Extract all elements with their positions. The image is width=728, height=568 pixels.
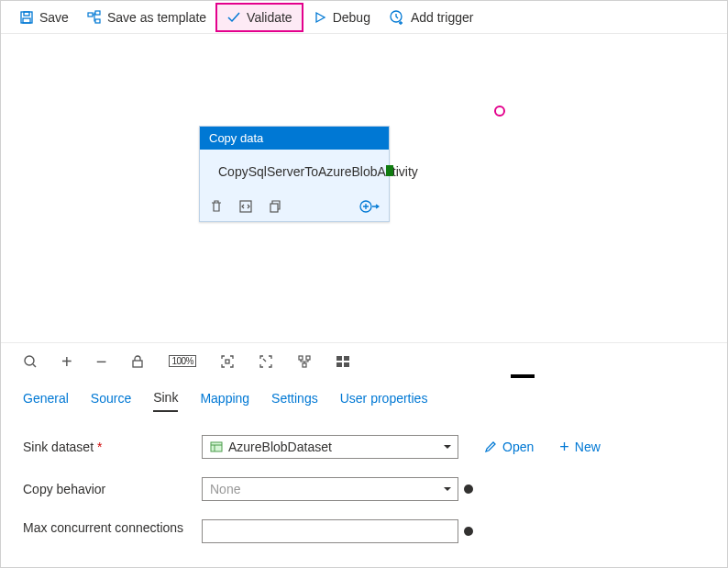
row-sink-dataset: Sink dataset* AzureBlobDataset Open + Ne… (23, 435, 705, 459)
play-icon (313, 10, 327, 25)
info-icon[interactable] (464, 527, 473, 536)
code-icon[interactable] (238, 199, 253, 214)
add-trigger-label: Add trigger (411, 10, 473, 25)
chevron-down-icon (443, 484, 452, 494)
tab-general[interactable]: General (23, 391, 69, 411)
search-icon[interactable] (23, 354, 38, 369)
activity-footer (200, 194, 389, 221)
svg-rect-23 (344, 356, 349, 361)
panel-drag-handle[interactable] (511, 374, 535, 378)
minimap-icon[interactable] (336, 354, 350, 369)
tab-mapping[interactable]: Mapping (200, 391, 249, 411)
svg-rect-14 (270, 204, 278, 212)
svg-rect-17 (133, 361, 142, 367)
svg-rect-5 (95, 19, 100, 23)
clone-icon[interactable] (268, 199, 282, 214)
add-trigger-button[interactable]: Add trigger (380, 5, 482, 30)
check-icon (226, 10, 241, 25)
template-icon (87, 10, 102, 25)
delete-icon[interactable] (209, 199, 224, 214)
svg-rect-24 (336, 362, 342, 367)
row-copy-behavior: Copy behavior None (23, 477, 705, 501)
copy-activity-card[interactable]: Copy data CopySqlServerToAzureBlobActivi… (199, 126, 390, 222)
annotation-circle (494, 106, 505, 117)
canvas-toolbar: + − 100% (1, 342, 727, 379)
svg-rect-3 (88, 13, 93, 17)
save-icon (19, 10, 34, 25)
copy-behavior-value: None (210, 482, 240, 496)
tab-settings[interactable]: Settings (271, 391, 318, 411)
row-max-connections: Max concurrent connections (23, 519, 705, 543)
svg-rect-22 (336, 356, 342, 361)
activity-body: CopySqlServerToAzureBlobActivity (200, 150, 389, 194)
svg-rect-19 (299, 356, 303, 360)
top-toolbar: Save Save as template Validate Debug Add… (1, 1, 727, 34)
svg-rect-2 (23, 18, 30, 23)
fullscreen-icon[interactable] (259, 354, 273, 369)
sink-dataset-select[interactable]: AzureBlobDataset (202, 435, 458, 459)
open-dataset-button[interactable]: Open (484, 440, 534, 454)
fit-screen-icon[interactable] (220, 354, 235, 369)
add-output-icon[interactable] (359, 199, 380, 214)
pipeline-canvas[interactable]: Copy data CopySqlServerToAzureBlobActivi… (1, 34, 727, 342)
svg-rect-21 (303, 363, 306, 367)
svg-rect-18 (226, 360, 229, 363)
zoom-out-icon[interactable]: − (96, 352, 107, 371)
new-dataset-button[interactable]: + New (559, 438, 601, 457)
edit-icon (484, 440, 497, 453)
svg-rect-20 (306, 356, 310, 360)
copy-behavior-select[interactable]: None (202, 477, 458, 501)
sink-form: Sink dataset* AzureBlobDataset Open + Ne… (1, 418, 727, 568)
zoom-level[interactable]: 100% (169, 355, 196, 367)
debug-label: Debug (333, 10, 370, 25)
trigger-icon (389, 9, 405, 26)
dataset-icon (210, 440, 223, 453)
max-connections-input[interactable] (202, 519, 458, 543)
chevron-down-icon (443, 442, 452, 451)
svg-point-16 (25, 356, 34, 365)
activity-type-label: Copy data (200, 127, 389, 150)
required-mark: * (94, 440, 102, 454)
svg-rect-1 (24, 12, 29, 16)
properties-tabs: General Source Sink Mapping Settings Use… (1, 379, 727, 418)
save-label: Save (39, 10, 69, 25)
tab-source[interactable]: Source (91, 391, 131, 411)
autolayout-icon[interactable] (297, 354, 312, 369)
save-as-template-button[interactable]: Save as template (78, 5, 215, 30)
tab-sink[interactable]: Sink (153, 390, 178, 412)
save-as-template-label: Save as template (107, 10, 206, 25)
validate-button[interactable]: Validate (215, 3, 303, 32)
debug-button[interactable]: Debug (303, 5, 380, 30)
sink-dataset-value: AzureBlobDataset (228, 440, 332, 454)
tab-user-properties[interactable]: User properties (340, 391, 428, 411)
sink-dataset-label: Sink dataset* (23, 440, 202, 454)
zoom-in-icon[interactable]: + (61, 352, 72, 371)
svg-rect-26 (211, 442, 222, 451)
info-icon[interactable] (464, 484, 473, 494)
svg-rect-25 (344, 362, 349, 367)
svg-rect-4 (95, 11, 100, 15)
validate-label: Validate (247, 10, 292, 25)
output-port[interactable] (386, 165, 393, 176)
max-connections-label: Max concurrent connections (23, 519, 202, 536)
lock-icon[interactable] (130, 354, 145, 369)
copy-behavior-label: Copy behavior (23, 482, 202, 496)
plus-icon: + (559, 438, 569, 457)
save-button[interactable]: Save (10, 5, 78, 30)
